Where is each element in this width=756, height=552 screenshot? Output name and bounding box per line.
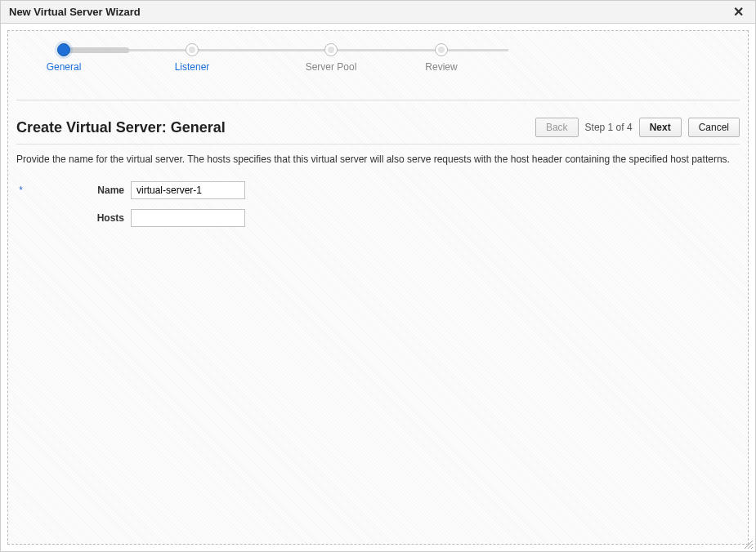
form-row-hosts: Hosts	[16, 209, 740, 227]
page-description: Provide the name for the virtual server.…	[16, 153, 740, 167]
next-button[interactable]: Next	[639, 118, 682, 137]
dialog-body: General Listener Server Pool Review Crea…	[1, 24, 755, 551]
step-dot-icon	[435, 43, 448, 56]
cancel-button[interactable]: Cancel	[688, 118, 740, 137]
button-row: Back Step 1 of 4 Next Cancel	[535, 118, 740, 137]
header-underline	[16, 144, 740, 145]
step-label: General	[15, 61, 113, 73]
close-icon[interactable]: ✕	[730, 4, 747, 20]
content-panel: General Listener Server Pool Review Crea…	[7, 30, 749, 545]
step-indicator: Step 1 of 4	[585, 122, 633, 133]
resize-handle-icon[interactable]	[742, 538, 754, 550]
step-label: Server Pool	[282, 61, 380, 73]
titlebar: New Virtual Server Wizard ✕	[1, 1, 755, 24]
step-listener[interactable]: Listener	[143, 42, 241, 73]
back-button: Back	[535, 118, 579, 137]
name-label: Name	[25, 185, 131, 196]
step-dot-icon	[324, 43, 338, 56]
wizard-stepper: General Listener Server Pool Review	[57, 42, 515, 83]
step-label: Listener	[143, 61, 241, 73]
step-server-pool[interactable]: Server Pool	[282, 42, 380, 73]
step-label: Review	[392, 61, 490, 73]
required-marker: *	[16, 185, 23, 196]
name-field[interactable]	[131, 181, 245, 199]
step-general[interactable]: General	[15, 42, 113, 73]
step-dot-icon	[57, 43, 70, 56]
page-heading: Create Virtual Server: General	[16, 119, 226, 136]
divider	[16, 100, 740, 101]
step-review[interactable]: Review	[392, 42, 490, 73]
step-dot-icon	[186, 43, 199, 56]
hosts-field[interactable]	[131, 209, 245, 227]
svg-line-2	[751, 547, 753, 549]
dialog-title: New Virtual Server Wizard	[9, 6, 141, 18]
page-header: Create Virtual Server: General Back Step…	[16, 118, 740, 137]
wizard-dialog: New Virtual Server Wizard ✕ General List…	[0, 0, 756, 552]
form-row-name: * Name	[16, 181, 740, 199]
hosts-label: Hosts	[25, 212, 131, 224]
